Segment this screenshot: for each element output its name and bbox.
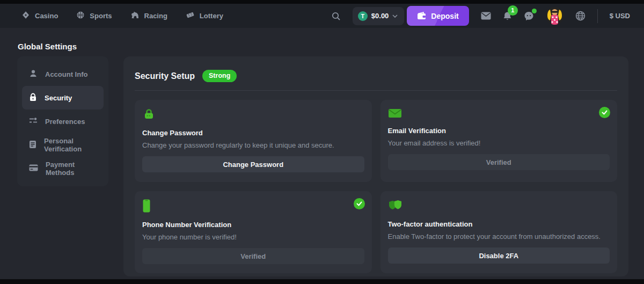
card-two-factor: Two-factor authentication Enable Two-fac…: [380, 191, 618, 273]
sidebar-item-preferences[interactable]: Preferences: [22, 110, 104, 133]
card-email-verification: Email Verification Your email address is…: [380, 100, 618, 182]
tether-coin-icon: T: [358, 11, 368, 21]
chevron-down-icon: [392, 14, 398, 18]
verified-check-icon: [599, 107, 610, 118]
card-change-password: Change Password Change your password reg…: [135, 100, 372, 182]
sidebar-item-personal-verification[interactable]: Personal Verification: [22, 133, 104, 157]
sidebar-item-label: Payment Methods: [46, 161, 97, 177]
verified-check-icon: [354, 198, 365, 209]
panel-divider: [135, 90, 617, 91]
panel-header: Security Setup Strong: [135, 70, 617, 82]
nav-sports-label: Sports: [90, 12, 112, 20]
card-title: Two-factor authentication: [388, 220, 610, 228]
primary-nav: Casino Sports Racing Lottery: [21, 11, 223, 21]
smartphone-green-icon: [142, 205, 151, 214]
sidebar-item-label: Security: [45, 94, 72, 102]
page-title: Global Settings: [18, 42, 77, 51]
chat-online-dot: [532, 9, 537, 13]
sidebar-item-label: Personal Verification: [44, 137, 97, 153]
card-description: Your phone number is verified!: [142, 233, 364, 241]
panel-title: Security Setup: [135, 71, 195, 81]
card-description: Change your password regularly to keep i…: [142, 141, 364, 149]
nav-casino[interactable]: Casino: [21, 11, 58, 21]
deposit-label: Deposit: [431, 12, 458, 20]
nav-casino-label: Casino: [35, 12, 58, 20]
casino-icon: [21, 11, 30, 21]
balance-amount: $0.00: [371, 12, 389, 20]
user-avatar[interactable]: [546, 7, 564, 25]
security-cards-grid: Change Password Change your password reg…: [135, 100, 617, 273]
disable-2fa-button[interactable]: Disable 2FA: [388, 247, 610, 264]
sidebar-item-account-info[interactable]: Account Info: [22, 62, 104, 86]
envelope-green-icon: [388, 111, 402, 120]
mail-icon[interactable]: [481, 12, 491, 20]
lock-icon: [29, 93, 37, 103]
notifications-bell-icon[interactable]: 1: [503, 11, 512, 21]
sidebar-item-security[interactable]: Security: [22, 86, 104, 110]
sidebar-item-payment-methods[interactable]: Payment Methods: [22, 157, 104, 180]
nav-racing[interactable]: Racing: [130, 11, 167, 21]
nav-lottery-label: Lottery: [200, 12, 223, 20]
sidebar-item-label: Account Info: [45, 70, 87, 78]
deposit-button[interactable]: Deposit: [407, 6, 469, 26]
email-verified-button[interactable]: Verified: [388, 154, 610, 170]
sports-icon: [76, 11, 85, 21]
chat-icon[interactable]: [524, 11, 534, 21]
sidebar-item-label: Preferences: [45, 118, 85, 126]
nav-right-controls: T $0.00 Deposit 1: [331, 6, 630, 26]
phone-verified-button[interactable]: Verified: [142, 248, 364, 264]
lottery-ticket-icon: [186, 11, 195, 21]
card-description: Your email address is verified!: [388, 139, 610, 147]
balance-dropdown[interactable]: T $0.00: [353, 7, 405, 25]
dual-shields-green-icon: [388, 205, 402, 214]
security-setup-panel: Security Setup Strong Change Password Ch…: [123, 56, 628, 276]
security-strength-badge: Strong: [202, 70, 237, 82]
card-title: Email Verification: [388, 127, 610, 135]
notification-count-badge: 1: [508, 5, 518, 16]
card-title: Phone Number Verification: [142, 221, 364, 229]
nav-divider: [597, 9, 598, 23]
wallet-controls: T $0.00 Deposit: [353, 6, 469, 26]
card-title: Change Password: [142, 129, 364, 137]
currency-selector[interactable]: $ USD: [610, 12, 630, 20]
racing-horse-icon: [130, 11, 140, 21]
credit-card-icon: [29, 164, 38, 173]
wallet-icon: [417, 12, 426, 20]
app-window: Casino Sports Racing Lottery T: [0, 4, 644, 279]
user-icon: [29, 69, 38, 79]
padlock-green-icon: [142, 113, 156, 122]
nav-racing-label: Racing: [144, 12, 167, 20]
nav-lottery[interactable]: Lottery: [186, 11, 223, 21]
language-globe-icon[interactable]: [575, 11, 586, 21]
settings-sidebar: Account Info Security Preferences Person…: [17, 56, 108, 186]
card-phone-verification: Phone Number Verification Your phone num…: [135, 191, 372, 273]
top-navbar: Casino Sports Racing Lottery T: [0, 4, 644, 28]
card-description: Enable Two-factor to protect your accoun…: [388, 232, 610, 241]
document-icon: [29, 140, 36, 150]
sliders-icon: [29, 117, 38, 126]
search-icon[interactable]: [331, 11, 341, 21]
change-password-button[interactable]: Change Password: [142, 156, 364, 172]
nav-sports[interactable]: Sports: [76, 11, 112, 21]
